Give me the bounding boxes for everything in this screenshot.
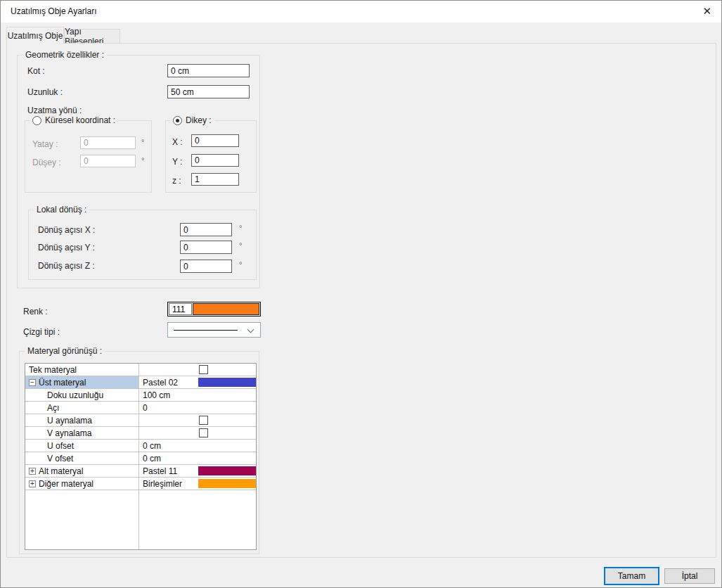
- material-row-value: Pastel 11: [143, 466, 177, 476]
- dusey-label: Düşey :: [32, 158, 61, 167]
- title-bar: Uzatılmış Obje Ayarları ✕: [1, 1, 721, 23]
- material-row-label-cell[interactable]: Tek materyal: [25, 364, 139, 376]
- chevron-down-icon: [247, 326, 254, 333]
- ok-button[interactable]: Tamam: [604, 567, 659, 585]
- z-input[interactable]: [191, 173, 239, 186]
- material-row-label: Alt materyal: [39, 466, 83, 476]
- expand-icon[interactable]: +: [29, 468, 36, 475]
- group-geometrik-ozellikler: Geometrik özellikler : Kot : Uzunluk : U…: [17, 55, 260, 288]
- kuresel-radio[interactable]: [32, 116, 41, 125]
- donus-z-input[interactable]: [180, 260, 232, 273]
- material-row-value-cell[interactable]: [139, 427, 256, 439]
- material-row-value: Birleşimler: [143, 479, 182, 489]
- material-row[interactable]: +Alt materyalPastel 11: [25, 465, 256, 478]
- tab-yapi-bilesenleri[interactable]: Yapı Bileşenleri: [64, 29, 120, 44]
- yatay-label: Yatay :: [32, 139, 58, 149]
- uzatma-yonu-label: Uzatma yönü :: [27, 106, 82, 115]
- material-table: Tek materyal−Üst materyalPastel 02Doku u…: [25, 363, 257, 550]
- material-row-label: U ofset: [47, 441, 74, 451]
- material-row[interactable]: −Üst materyalPastel 02: [25, 376, 256, 389]
- renk-label: Renk :: [23, 307, 48, 317]
- material-row-value-cell[interactable]: [139, 364, 256, 376]
- material-row-label-cell[interactable]: V aynalama: [25, 427, 139, 439]
- cancel-button[interactable]: İptal: [664, 568, 715, 584]
- uzunluk-input[interactable]: [167, 85, 250, 98]
- degree-sign: °: [239, 224, 242, 232]
- material-row-value-cell[interactable]: Pastel 02: [139, 376, 256, 388]
- material-row-label-cell[interactable]: +Diğer materyal: [25, 478, 139, 490]
- x-input[interactable]: [191, 134, 239, 147]
- material-row-value-cell[interactable]: 0: [139, 402, 256, 414]
- material-row-label-cell[interactable]: Doku uzunluğu: [25, 389, 139, 401]
- donus-y-label: Dönüş açısı Y :: [38, 243, 95, 253]
- material-row-label-cell[interactable]: −Üst materyal: [25, 376, 139, 388]
- uzunluk-label: Uzunluk :: [27, 87, 63, 97]
- kuresel-label: Küresel koordinat :: [45, 115, 115, 125]
- material-row-value: Pastel 02: [143, 378, 178, 388]
- checkbox[interactable]: [199, 428, 208, 437]
- collapse-icon[interactable]: −: [29, 379, 36, 386]
- material-row-value-cell[interactable]: [139, 414, 256, 426]
- tab-uzatilmis-obje[interactable]: Uzatılmış Obje: [6, 27, 64, 44]
- degree-sign: °: [141, 156, 144, 165]
- material-row[interactable]: +Diğer materyalBirleşimler: [25, 478, 256, 490]
- material-row-value-cell[interactable]: 100 cm: [139, 389, 256, 401]
- material-row-label-cell[interactable]: U ofset: [25, 440, 139, 452]
- checkbox[interactable]: [199, 416, 208, 425]
- checkbox[interactable]: [199, 365, 208, 374]
- y-label: Y :: [172, 157, 182, 167]
- cizgi-tipi-label: Çizgi tipi :: [23, 327, 60, 337]
- color-swatch[interactable]: [193, 303, 259, 315]
- group-dikey: Dikey : X : Y : z :: [165, 120, 257, 193]
- material-row[interactable]: Doku uzunluğu100 cm: [25, 389, 256, 402]
- material-row[interactable]: Tek materyal: [25, 364, 256, 376]
- material-row-label-cell[interactable]: V ofset: [25, 452, 139, 464]
- material-row-label-cell[interactable]: Açı: [25, 402, 139, 414]
- material-row-value: 0: [143, 403, 148, 413]
- dialog-uzatilmis-obje-ayarlari: Uzatılmış Obje Ayarları ✕ Uzatılmış Obje…: [0, 0, 722, 588]
- close-icon[interactable]: ✕: [702, 5, 711, 18]
- material-row-label: Doku uzunluğu: [47, 390, 103, 400]
- window-title: Uzatılmış Obje Ayarları: [11, 6, 96, 16]
- dusey-input[interactable]: [80, 155, 136, 167]
- kot-label: Kot :: [27, 66, 45, 76]
- degree-sign: °: [239, 260, 242, 269]
- y-input[interactable]: [191, 154, 239, 167]
- material-row[interactable]: V aynalama: [25, 427, 256, 440]
- material-row-label-cell[interactable]: +Alt materyal: [25, 465, 139, 477]
- group-label: Lokal dönüş :: [34, 205, 89, 215]
- color-picker[interactable]: 111: [167, 302, 261, 317]
- material-row-value-cell[interactable]: 0 cm: [139, 452, 256, 464]
- material-row[interactable]: U aynalama: [25, 414, 256, 427]
- group-materyal-gorunusu: Materyal görünüşü : Tek materyal−Üst mat…: [19, 351, 259, 554]
- kot-input[interactable]: [167, 64, 250, 77]
- line-type-sample: [174, 330, 238, 331]
- x-label: X :: [172, 137, 183, 147]
- material-row-value: 0 cm: [143, 454, 161, 464]
- material-row-label: U aynalama: [47, 416, 92, 426]
- dikey-radio[interactable]: [173, 116, 182, 125]
- donus-x-input[interactable]: [180, 223, 232, 236]
- degree-sign: °: [239, 241, 242, 250]
- dikey-label: Dikey :: [186, 115, 212, 125]
- material-row[interactable]: U ofset0 cm: [25, 440, 256, 452]
- material-color-swatch[interactable]: [198, 479, 256, 488]
- donus-y-input[interactable]: [180, 241, 232, 254]
- donus-z-label: Dönüş açısı Z :: [38, 261, 95, 271]
- material-row-label: Açı: [47, 403, 59, 413]
- color-number[interactable]: 111: [169, 303, 192, 315]
- line-type-dropdown[interactable]: [167, 322, 261, 338]
- material-color-swatch[interactable]: [198, 466, 256, 475]
- material-row-value-cell[interactable]: 0 cm: [139, 440, 256, 452]
- material-row-value-cell[interactable]: Pastel 11: [139, 465, 256, 477]
- yatay-input[interactable]: [80, 136, 136, 149]
- material-color-swatch[interactable]: [198, 378, 256, 387]
- table-column-divider: [138, 364, 139, 549]
- material-row[interactable]: V ofset0 cm: [25, 452, 256, 465]
- expand-icon[interactable]: +: [29, 480, 36, 487]
- material-row-label: V aynalama: [47, 428, 91, 438]
- degree-sign: °: [141, 138, 144, 146]
- material-row-value-cell[interactable]: Birleşimler: [139, 478, 256, 490]
- material-row-label-cell[interactable]: U aynalama: [25, 414, 139, 426]
- material-row[interactable]: Açı0: [25, 402, 256, 414]
